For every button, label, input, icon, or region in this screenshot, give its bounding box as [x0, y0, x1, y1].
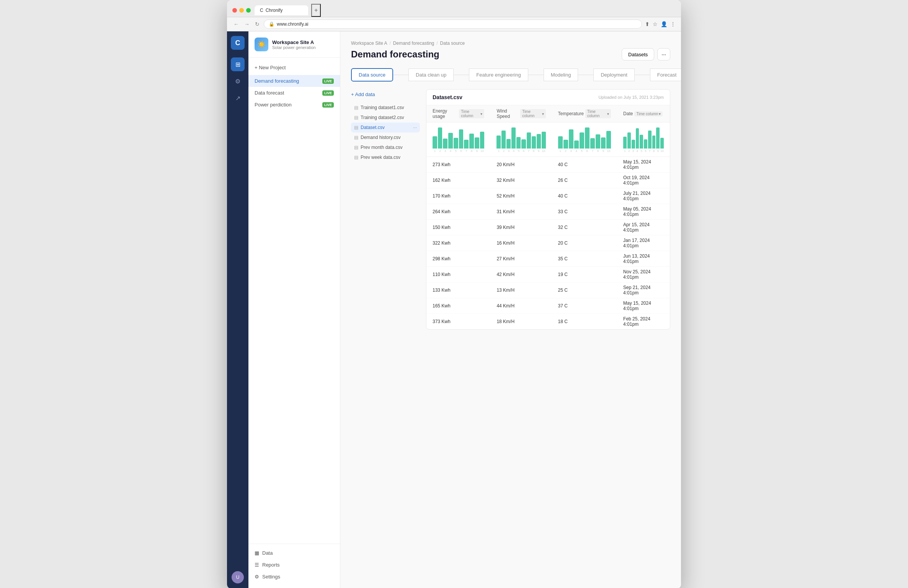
table-cell-r1-c3: Oct 19, 2024 4:01pm	[617, 173, 670, 188]
breadcrumb-workspace[interactable]: Workspace Site A	[351, 41, 387, 46]
breadcrumb-project[interactable]: Demand forecasting	[393, 41, 434, 46]
dashboard-icon[interactable]: ⊞	[231, 57, 245, 71]
workspace-name: Workspace Site A	[272, 39, 316, 45]
col-tag-date[interactable]: Time column ▾	[634, 111, 663, 116]
sidebar-reports-item[interactable]: ☰ Reports	[248, 559, 340, 571]
file-item-training2[interactable]: ▤ Training dataset2.csv	[351, 113, 420, 122]
export-rail-icon[interactable]: ↗	[231, 91, 245, 105]
breadcrumb-sep-2: /	[436, 41, 438, 46]
col-header-date: Date Time column ▾	[617, 105, 670, 122]
file-item-training1[interactable]: ▤ Training dataset1.csv	[351, 103, 420, 113]
chart-labels-energy: 12345678910	[433, 149, 484, 154]
data-table: Energy usage Time column ▾	[426, 105, 670, 329]
col-tag-temp[interactable]: Time column ▾	[585, 109, 611, 118]
workspace-icon: ☀️	[255, 38, 268, 51]
sidebar-item-data-forecast[interactable]: Data forecast LIVE	[248, 87, 340, 99]
settings-icon: ⚙	[255, 574, 259, 580]
file-name-prev-week: Prev week data.csv	[361, 155, 400, 160]
tab-title: Chronify	[266, 8, 283, 13]
browser-tab[interactable]: C Chronify	[255, 5, 308, 15]
table-cell-r10-c0: 373 Kwh	[426, 314, 490, 330]
col-name-temp: Temperature	[558, 111, 584, 116]
file-item-prev-month[interactable]: ▤ Prev month data.csv	[351, 142, 420, 152]
table-cell-r10-c2: 18 C	[552, 314, 617, 330]
file-item-prev-week[interactable]: ▤ Prev week data.csv	[351, 152, 420, 162]
sidebar-data-item[interactable]: ▦ Data	[248, 547, 340, 559]
browser-titlebar: C Chronify +	[227, 0, 681, 17]
page-header: Demand forecasting Datasets ···	[351, 48, 670, 60]
col-name-date: Date	[623, 111, 633, 116]
file-item-dataset[interactable]: ▤ Dataset.csv ···	[351, 122, 420, 132]
maximize-traffic-light[interactable]	[246, 8, 251, 13]
sidebar-item-demand-label: Demand forecasting	[255, 78, 299, 84]
tab-deployment[interactable]: Deployment	[593, 69, 634, 81]
address-bar[interactable]: 🔒 www.chronify.ai	[264, 20, 642, 29]
table-row: 264 Kwh31 Km/H33 CMay 05, 2024 4:01pm	[426, 204, 670, 220]
table-cell-r7-c2: 19 C	[552, 267, 617, 283]
table-cell-r1-c1: 32 Km/H	[490, 173, 552, 188]
table-row: 273 Kwh20 Km/H40 CMay 15, 2024 4:01pm	[426, 157, 670, 173]
minimize-traffic-light[interactable]	[239, 8, 244, 13]
sidebar-item-power-badge: LIVE	[322, 102, 334, 108]
browser-toolbar-actions: ⬆ ☆ 👤 ⋮	[645, 21, 676, 27]
back-button[interactable]: ←	[232, 20, 240, 28]
datasets-button[interactable]: Datasets	[622, 48, 654, 60]
close-traffic-light[interactable]	[232, 8, 237, 13]
table-row: 373 Kwh18 Km/H18 CFeb 25, 2024 4:01pm	[426, 314, 670, 330]
chart-cell-date: 12345678910	[617, 122, 670, 157]
sidebar-bottom: ▦ Data ☰ Reports ⚙ Settings	[248, 544, 340, 583]
bookmark-icon[interactable]: ☆	[653, 21, 658, 27]
sidebar-item-power-label: Power perdiction	[255, 102, 292, 108]
tab-data-clean-up[interactable]: Data clean up	[408, 69, 454, 81]
profile-icon[interactable]: 👤	[661, 21, 667, 27]
new-project-button[interactable]: + New Project	[248, 62, 340, 75]
share-icon[interactable]: ⬆	[645, 21, 650, 27]
tab-modeling[interactable]: Modeling	[544, 69, 578, 81]
table-cell-r7-c0: 110 Kwh	[426, 267, 490, 283]
traffic-lights	[232, 8, 251, 13]
col-tag-energy[interactable]: Time column ▾	[459, 109, 484, 118]
table-cell-r3-c3: May 05, 2024 4:01pm	[617, 204, 670, 220]
new-tab-button[interactable]: +	[311, 4, 321, 17]
mini-chart-date	[623, 126, 664, 149]
tab-feature-engineering[interactable]: Feature engineering	[469, 69, 528, 81]
file-icon-demand-history: ▤	[354, 135, 358, 140]
forward-button[interactable]: →	[243, 20, 251, 28]
more-options-button[interactable]: ···	[657, 48, 670, 60]
menu-icon[interactable]: ⋮	[670, 21, 676, 27]
reload-button[interactable]: ↻	[254, 20, 261, 28]
file-item-demand-history[interactable]: ▤ Demand history.csv	[351, 132, 420, 142]
file-icon-training2: ▤	[354, 115, 358, 120]
avatar-icon[interactable]: U	[231, 570, 245, 584]
app-layout: C ⊞ ⚙ ↗ U ☀️ Workspace Site A Solar powe…	[227, 31, 681, 588]
table-row: 298 Kwh27 Km/H35 CJun 13, 2024 4:01pm	[426, 251, 670, 267]
breadcrumb: Workspace Site A / Demand forecasting / …	[351, 41, 670, 46]
app-logo[interactable]: C	[231, 36, 245, 50]
url-text: www.chronify.ai	[277, 21, 308, 27]
table-cell-r0-c3: May 15, 2024 4:01pm	[617, 157, 670, 173]
tab-forecast[interactable]: Forecast	[650, 69, 681, 81]
table-cell-r2-c3: July 21, 2024 4:01pm	[617, 188, 670, 204]
table-row: 165 Kwh44 Km/H37 CMay 15, 2024 4:01pm	[426, 298, 670, 314]
file-icon-dataset: ▤	[354, 125, 358, 130]
sidebar-item-data-left: Data forecast	[255, 90, 284, 96]
settings-rail-icon[interactable]: ⚙	[231, 74, 245, 88]
chevron-down-icon-date: ▾	[659, 112, 661, 116]
table-row: 170 Kwh52 Km/H40 CJuly 21, 2024 4:01pm	[426, 188, 670, 204]
sidebar-item-power-prediction[interactable]: Power perdiction LIVE	[248, 99, 340, 111]
sidebar-item-demand-forecasting[interactable]: Demand forecasting LIVE	[248, 75, 340, 87]
header-actions: Datasets ···	[622, 48, 670, 60]
sidebar-settings-item[interactable]: ⚙ Settings	[248, 571, 340, 583]
workspace-subtitle: Solar power generation	[272, 45, 316, 50]
file-more-button[interactable]: ···	[413, 125, 417, 130]
pipeline-connector-2	[454, 75, 469, 75]
col-tag-wind[interactable]: Time column ▾	[520, 109, 545, 118]
add-data-button[interactable]: + Add data	[351, 89, 375, 100]
table-cell-r9-c0: 165 Kwh	[426, 298, 490, 314]
file-icon-prev-month: ▤	[354, 145, 358, 150]
sidebar-item-demand-left: Demand forecasting	[255, 78, 299, 84]
tab-data-source[interactable]: Data source	[351, 68, 393, 82]
main-content: Workspace Site A / Demand forecasting / …	[340, 31, 681, 588]
table-row: 322 Kwh16 Km/H20 CJan 17, 2024 4:01pm	[426, 235, 670, 251]
table-cell-r9-c3: May 15, 2024 4:01pm	[617, 298, 670, 314]
